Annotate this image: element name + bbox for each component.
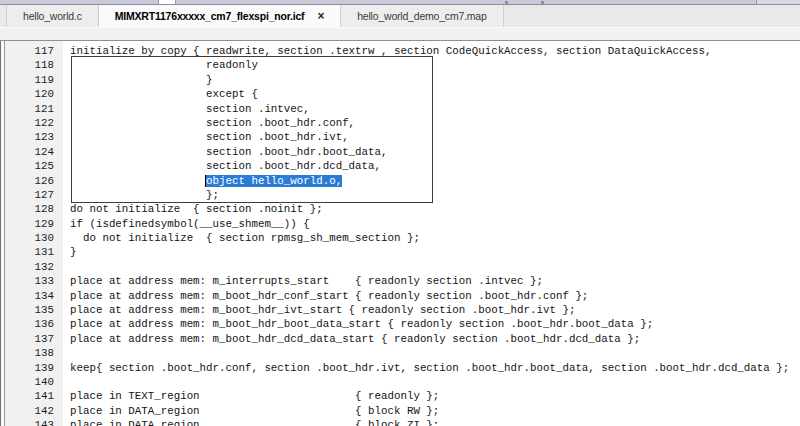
code-text: section .boot_hdr.dcd_data,	[63, 159, 800, 173]
line-number: 141	[5, 389, 63, 403]
line-number: 140	[5, 375, 63, 389]
code-line[interactable]: 132	[5, 260, 800, 274]
code-line[interactable]: 120 except {	[5, 87, 800, 101]
editor-tab[interactable]: hello_world.c	[6, 5, 99, 27]
code-line[interactable]: 131}	[5, 245, 800, 259]
ide-window: hello_world.cMIMXRT1176xxxxx_cm7_flexspi…	[0, 0, 800, 426]
code-text: section .intvec,	[63, 102, 800, 116]
line-number: 130	[5, 231, 63, 245]
code-text: do not initialize { section rpmsg_sh_mem…	[63, 231, 800, 245]
line-number: 120	[5, 87, 63, 101]
line-number: 124	[5, 145, 63, 159]
line-number: 125	[5, 159, 63, 173]
line-number: 143	[5, 418, 63, 426]
code-line[interactable]: 135place at address mem: m_boot_hdr_ivt_…	[5, 303, 800, 317]
line-number: 117	[5, 44, 63, 58]
code-text: place in DATA_region { block RW };	[63, 404, 800, 418]
toolbar-combo-remnant	[158, 0, 176, 4]
code-text: place in TEXT_region { readonly };	[63, 389, 800, 403]
tab-label: MIMXRT1176xxxxx_cm7_flexspi_nor.icf	[115, 10, 305, 22]
line-number: 138	[5, 346, 63, 360]
code-line[interactable]: 123 section .boot_hdr.ivt,	[5, 130, 800, 144]
toolbar-button-remnant	[541, 1, 544, 4]
code-text: };	[63, 188, 800, 202]
code-text: place in DATA_region { block ZI };	[63, 418, 800, 426]
code-line[interactable]: 140	[5, 375, 800, 389]
code-editor[interactable]: 117initialize by copy { readwrite, secti…	[0, 41, 800, 426]
code-line[interactable]: 118 readonly	[5, 58, 800, 72]
editor-tab[interactable]: hello_world_demo_cm7.map	[341, 5, 503, 27]
line-number: 119	[5, 73, 63, 87]
code-text: if (isdefinedsymbol(__use_shmem__)) {	[63, 217, 800, 231]
code-line[interactable]: 141place in TEXT_region { readonly };	[5, 389, 800, 403]
line-number: 142	[5, 404, 63, 418]
code-line[interactable]: 139keep{ section .boot_hdr.conf, section…	[5, 361, 800, 375]
code-line[interactable]: 129if (isdefinedsymbol(__use_shmem__)) {	[5, 217, 800, 231]
code-lines[interactable]: 117initialize by copy { readwrite, secti…	[5, 44, 800, 426]
line-number: 131	[5, 245, 63, 259]
code-line[interactable]: 121 section .intvec,	[5, 102, 800, 116]
code-line[interactable]: 136place at address mem: m_boot_hdr_boot…	[5, 317, 800, 331]
toolbar-right-panel	[756, 0, 800, 4]
code-text: section .boot_hdr.ivt,	[63, 130, 800, 144]
line-number: 136	[5, 317, 63, 331]
selected-text: object hello_world.o,	[206, 175, 342, 187]
line-number: 139	[5, 361, 63, 375]
code-line[interactable]: 128do not initialize { section .noinit }…	[5, 202, 800, 216]
code-text: place at address mem: m_boot_hdr_conf_st…	[63, 289, 800, 303]
toolbar-button-remnant	[505, 1, 508, 4]
code-line[interactable]: 127 };	[5, 188, 800, 202]
code-text: do not initialize { section .noinit };	[63, 202, 800, 216]
code-text	[63, 346, 800, 360]
editor-tab-bar: hello_world.cMIMXRT1176xxxxx_cm7_flexspi…	[0, 5, 800, 28]
code-text	[63, 260, 800, 274]
line-number: 118	[5, 58, 63, 72]
code-line[interactable]: 125 section .boot_hdr.dcd_data,	[5, 159, 800, 173]
line-number: 137	[5, 332, 63, 346]
code-line[interactable]: 119 }	[5, 73, 800, 87]
code-line[interactable]: 130 do not initialize { section rpmsg_sh…	[5, 231, 800, 245]
code-line[interactable]: 124 section .boot_hdr.boot_data,	[5, 145, 800, 159]
code-text: section .boot_hdr.conf,	[63, 116, 800, 130]
line-number: 127	[5, 188, 63, 202]
toolbar-strip	[0, 0, 800, 5]
code-line[interactable]: 126 object hello_world.o,	[5, 174, 800, 188]
code-line[interactable]: 143place in DATA_region { block ZI };	[5, 418, 800, 426]
code-text: initialize by copy { readwrite, section …	[63, 44, 800, 58]
editor-tab[interactable]: MIMXRT1176xxxxx_cm7_flexspi_nor.icf×	[99, 5, 342, 27]
tab-label: hello_world_demo_cm7.map	[357, 10, 486, 22]
tab-close-icon[interactable]: ×	[317, 10, 324, 22]
line-number: 133	[5, 274, 63, 288]
code-text	[63, 375, 800, 389]
line-number: 134	[5, 289, 63, 303]
code-line[interactable]: 138	[5, 346, 800, 360]
code-text: keep{ section .boot_hdr.conf, section .b…	[63, 361, 800, 375]
line-number: 126	[5, 174, 63, 188]
line-number: 132	[5, 260, 63, 274]
code-text: place at address mem: m_boot_hdr_ivt_sta…	[63, 303, 800, 317]
code-line[interactable]: 137place at address mem: m_boot_hdr_dcd_…	[5, 332, 800, 346]
line-number: 129	[5, 217, 63, 231]
line-number: 122	[5, 116, 63, 130]
code-line[interactable]: 142place in DATA_region { block RW };	[5, 404, 800, 418]
code-text: place at address mem: m_interrupts_start…	[63, 274, 800, 288]
code-line[interactable]: 134place at address mem: m_boot_hdr_conf…	[5, 289, 800, 303]
tab-label: hello_world.c	[23, 10, 82, 22]
code-text: }	[63, 73, 800, 87]
code-line[interactable]: 133place at address mem: m_interrupts_st…	[5, 274, 800, 288]
line-number: 135	[5, 303, 63, 317]
editor-header-strip	[0, 28, 800, 41]
code-text: place at address mem: m_boot_hdr_dcd_dat…	[63, 332, 800, 346]
code-text: object hello_world.o,	[63, 174, 800, 188]
code-text: place at address mem: m_boot_hdr_boot_da…	[63, 317, 800, 331]
line-number: 121	[5, 102, 63, 116]
code-text: except {	[63, 87, 800, 101]
code-line[interactable]: 122 section .boot_hdr.conf,	[5, 116, 800, 130]
code-text: readonly	[63, 58, 800, 72]
line-number: 128	[5, 202, 63, 216]
code-line[interactable]: 117initialize by copy { readwrite, secti…	[5, 44, 800, 58]
line-number: 123	[5, 130, 63, 144]
code-text: section .boot_hdr.boot_data,	[63, 145, 800, 159]
code-text: }	[63, 245, 800, 259]
